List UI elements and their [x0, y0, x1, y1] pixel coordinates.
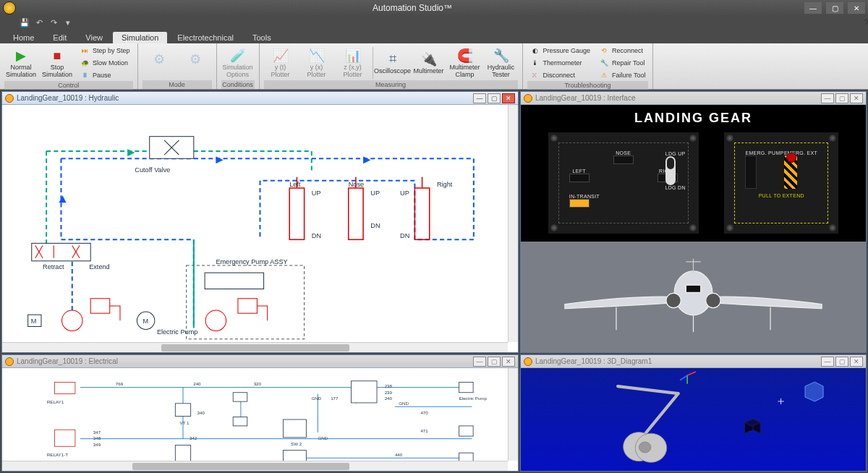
mode-button-2[interactable]: ⚙	[179, 49, 212, 77]
minimize-button[interactable]: —	[804, 2, 822, 14]
panel-close-button[interactable]: ✕	[850, 93, 863, 103]
sim-options-button[interactable]: 🧪 Simulation Options	[221, 46, 255, 80]
chart-icon: 📈	[272, 47, 289, 64]
scrollbar-v[interactable]	[508, 105, 518, 342]
electrical-canvas[interactable]: RELAY1 RELAY1-T 769 240 VT 1 VT 2 340 34…	[2, 368, 518, 471]
zxy-plotter-button[interactable]: 📊z (x,y) Plotter	[336, 46, 370, 80]
stop-simulation-button[interactable]: ■ Stop Simulation	[41, 46, 74, 80]
ribbon-group-control: ▶ Normal Simulation ■ Stop Simulation ⏭S…	[0, 43, 138, 89]
wrench-icon: 🔧	[599, 58, 609, 68]
normal-simulation-button[interactable]: ▶ Normal Simulation	[4, 46, 38, 80]
svg-text:240: 240	[193, 381, 201, 386]
qat-undo-icon[interactable]: ↶	[33, 17, 45, 27]
qat-redo-icon[interactable]: ↷	[48, 17, 59, 27]
svg-marker-3	[127, 149, 135, 156]
panel-max-button[interactable]: ▢	[488, 93, 501, 103]
ribbon-group-mode: ⚙ ⚙ Mode	[138, 43, 217, 89]
close-button[interactable]: ✕	[848, 2, 865, 14]
pause-button[interactable]: ⏸Pause	[77, 69, 133, 81]
panel-min-button[interactable]: —	[473, 357, 486, 367]
tab-simulation[interactable]: Simulation	[113, 32, 167, 43]
slow-icon: 🐢	[80, 58, 90, 68]
panel-max-button[interactable]: ▢	[835, 93, 848, 103]
panel-max-button[interactable]: ▢	[488, 357, 501, 367]
svg-text:177: 177	[331, 396, 339, 401]
aircraft-view	[521, 242, 866, 352]
chart-icon: 📊	[344, 47, 362, 64]
svg-marker-104	[805, 382, 823, 401]
yt-plotter-button[interactable]: 📈y (t) Plotter	[264, 46, 297, 80]
qat-save-icon[interactable]: 💾	[19, 17, 30, 27]
svg-line-95	[680, 375, 687, 380]
panel-3d-titlebar[interactable]: LandingGear_10019 : 3D_Diagram1 — ▢ ✕	[521, 355, 866, 368]
slow-motion-button[interactable]: 🐢Slow Motion	[77, 57, 133, 69]
pressure-gauge-button[interactable]: ◐Pressure Gauge	[527, 45, 594, 56]
yx-plotter-button[interactable]: 📉y (x) Plotter	[300, 46, 333, 80]
disconnect-icon: ⛌	[530, 70, 540, 80]
svg-text:Nose: Nose	[349, 181, 364, 188]
panel-electrical-titlebar[interactable]: LandingGear_10019 : Electrical — ▢ ✕	[2, 355, 518, 368]
panel-max-button[interactable]: ▢	[835, 357, 848, 367]
svg-text:DN: DN	[370, 222, 380, 229]
step-by-step-button[interactable]: ⏭Step by Step	[77, 45, 133, 56]
svg-point-35	[205, 310, 226, 331]
pause-icon: ⏸	[80, 70, 90, 80]
svg-point-100	[639, 442, 651, 453]
svg-point-40	[674, 271, 712, 315]
thermometer-button[interactable]: 🌡Thermometer	[527, 57, 594, 69]
scrollbar-h[interactable]	[2, 342, 508, 352]
panel-min-button[interactable]: —	[821, 357, 834, 367]
tab-home[interactable]: Home	[4, 32, 43, 43]
emerg-ext-handle[interactable]	[784, 155, 797, 189]
svg-text:238: 238	[385, 383, 393, 388]
tab-tools[interactable]: Tools	[244, 32, 280, 43]
gear-switch[interactable]	[665, 156, 676, 185]
multimeter-clamp-button[interactable]: 🧲Multimeter Clamp	[448, 46, 482, 80]
emerg-pump-switch[interactable]	[745, 155, 757, 189]
mode-button-1[interactable]: ⚙	[142, 49, 176, 77]
mode-icon-2: ⚙	[187, 51, 204, 68]
panel-3d-title: LandingGear_10019 : 3D_Diagram1	[535, 357, 652, 365]
svg-text:UP: UP	[400, 189, 409, 197]
panel-hydraulic-titlebar[interactable]: LandingGear_10019 : Hydraulic — ▢ ✕	[2, 92, 518, 105]
svg-text:DN: DN	[400, 232, 409, 239]
repair-tool-button[interactable]: 🔧Repair Tool	[596, 57, 648, 69]
disconnect-button[interactable]: ⛌Disconnect	[527, 69, 594, 81]
panel-close-button[interactable]: ✕	[850, 357, 863, 367]
hydraulic-tester-button[interactable]: 🔧Hydraulic Tester	[485, 46, 518, 80]
tab-edit[interactable]: Edit	[44, 32, 75, 43]
help-button[interactable]: ?	[864, 18, 868, 27]
multimeter-button[interactable]: 🔌Multimeter	[412, 49, 446, 77]
scrollbar-h[interactable]	[2, 461, 508, 471]
reconnect-icon: ⟲	[599, 46, 609, 56]
qat-dropdown-icon[interactable]: ▾	[62, 17, 74, 27]
svg-point-41	[666, 293, 681, 307]
svg-rect-12	[414, 188, 429, 239]
interface-canvas[interactable]: LANDING GEAR NOSE LEFT RIGHT IN-TRANSIT	[521, 105, 866, 352]
panel-hydraulic-title: LandingGear_10019 : Hydraulic	[17, 94, 119, 102]
scrollbar-v[interactable]	[508, 368, 518, 461]
tab-electrotechnical[interactable]: Electrotechnical	[169, 32, 242, 43]
panel-close-button[interactable]: ✕	[502, 93, 515, 103]
panel-min-button[interactable]: —	[821, 93, 834, 103]
3d-canvas[interactable]	[521, 368, 866, 471]
svg-text:Right: Right	[437, 181, 453, 188]
svg-rect-61	[233, 417, 247, 425]
panel-close-button[interactable]: ✕	[502, 357, 515, 367]
svg-point-29	[62, 310, 83, 331]
svg-rect-46	[686, 285, 700, 292]
interface-header: LANDING GEAR	[521, 105, 866, 132]
hydraulic-canvas[interactable]: Cutoff Valve Left Nose Right UP UP UP DN…	[2, 105, 518, 352]
oscilloscope-button[interactable]: ⌗Oscilloscope	[376, 49, 409, 77]
failure-tool-button[interactable]: ⚠Failure Tool	[596, 69, 648, 81]
ribbon-group-troubleshooting: ◐Pressure Gauge 🌡Thermometer ⛌Disconnect…	[523, 43, 654, 89]
svg-text:RELAY1-T: RELAY1-T	[47, 452, 68, 457]
svg-text:347: 347	[93, 430, 101, 435]
tab-view[interactable]: View	[77, 32, 111, 43]
reconnect-button[interactable]: ⟲Reconnect	[596, 45, 648, 56]
svg-rect-57	[55, 430, 75, 446]
panel-interface-titlebar[interactable]: LandingGear_10019 : Interface — ▢ ✕	[521, 92, 866, 105]
step-icon: ⏭	[80, 46, 90, 56]
maximize-button[interactable]: ▢	[826, 2, 843, 14]
panel-min-button[interactable]: —	[473, 93, 486, 103]
